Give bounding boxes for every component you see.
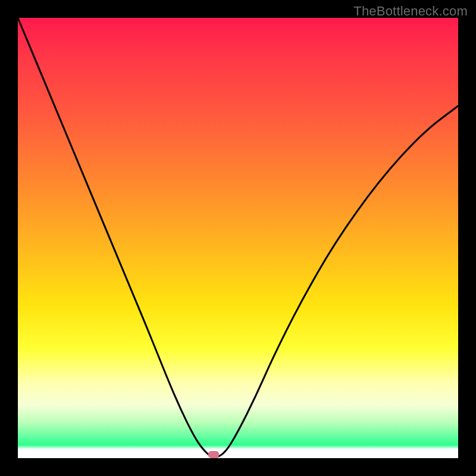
watermark-text: TheBottleneck.com xyxy=(353,4,468,19)
chart-curve-svg xyxy=(18,18,458,458)
bottleneck-curve-path xyxy=(18,18,458,458)
minimum-marker xyxy=(208,451,219,458)
chart-frame xyxy=(18,18,458,458)
